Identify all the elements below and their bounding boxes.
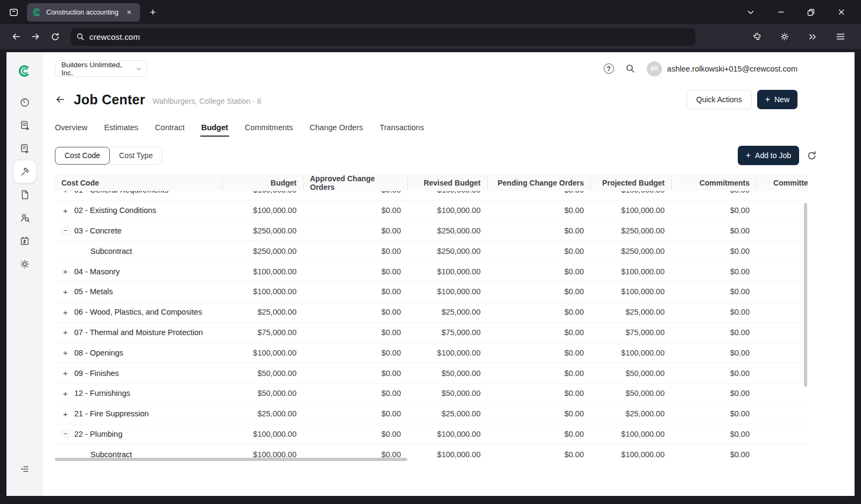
restore-icon[interactable]	[803, 4, 819, 20]
tab-transactions[interactable]: Transactions	[379, 123, 424, 137]
table-row[interactable]: + 21 - Fire Suppression $25,000.00$0.00$…	[55, 404, 808, 424]
reload-icon[interactable]	[46, 28, 63, 45]
help-icon[interactable]: ?	[604, 63, 614, 74]
quick-actions-button[interactable]: Quick Actions	[687, 90, 752, 109]
table-body[interactable]: + 01 - General Requirements $150,000.00$…	[55, 191, 808, 461]
cell-value: $0.00	[671, 267, 756, 276]
cell-value: $0.00	[756, 409, 808, 418]
overflow-chevrons-icon[interactable]	[804, 28, 821, 45]
cell-value: $0.00	[487, 247, 590, 255]
expander-icon[interactable]: +	[61, 207, 69, 215]
expander-icon[interactable]: −	[61, 226, 69, 235]
expander-icon[interactable]: +	[61, 328, 69, 336]
cell-value: $0.00	[671, 308, 756, 316]
dashboard-icon[interactable]	[13, 91, 36, 113]
tab-contract[interactable]: Contract	[155, 123, 185, 137]
cell-value: $100,000.00	[590, 287, 671, 296]
table-row[interactable]: − 03 - Concrete $250,000.00$0.00$250,000…	[55, 221, 808, 242]
documents-icon[interactable]	[13, 183, 36, 206]
refresh-icon[interactable]	[807, 151, 817, 161]
cost-code-label: 06 - Wood, Plastics, and Composites	[74, 308, 202, 316]
new-button[interactable]: + New	[757, 90, 798, 109]
firefox-view-icon[interactable]	[4, 4, 23, 21]
cell-value: $25,000.00	[407, 308, 487, 316]
new-tab-button[interactable]: +	[144, 4, 161, 21]
cell-value: $0.00	[487, 206, 590, 215]
cell-value: $0.00	[671, 409, 756, 418]
menu-hamburger-icon[interactable]	[832, 28, 849, 45]
cell-value: $0.00	[303, 328, 407, 337]
cell-value: $250,000.00	[590, 226, 671, 235]
tab-change-orders[interactable]: Change Orders	[309, 123, 363, 137]
jobs-icon[interactable]	[13, 160, 36, 183]
table-row[interactable]: + 05 - Metals $100,000.00$0.00$100,000.0…	[55, 282, 808, 302]
receivables-icon[interactable]	[13, 137, 36, 160]
cell-value: $0.00	[756, 369, 808, 378]
browser-tab-title: Construction accounting	[46, 9, 118, 16]
column-header-commitments: Commitments	[671, 174, 756, 191]
tab-overview[interactable]: Overview	[55, 123, 87, 137]
toggle-cost-code[interactable]: Cost Code	[55, 147, 110, 165]
expander-icon[interactable]: +	[61, 308, 69, 316]
expander-icon[interactable]: +	[61, 349, 69, 357]
close-window-icon[interactable]	[833, 4, 849, 20]
cell-value: $100,000.00	[222, 267, 303, 276]
forward-icon[interactable]	[27, 28, 44, 45]
table-row[interactable]: + 02 - Existing Conditions $100,000.00$0…	[55, 201, 808, 221]
add-to-job-button[interactable]: + Add to Job	[738, 146, 799, 165]
table-row[interactable]: + 12 - Furnishings $50,000.00$0.00$50,00…	[55, 384, 808, 404]
settings-icon[interactable]	[13, 253, 36, 275]
avatar[interactable]: AR	[647, 61, 662, 76]
column-header-committed-costs: Committed Costs	[756, 174, 808, 191]
expander-icon[interactable]: +	[61, 410, 69, 418]
browser-tab[interactable]: Construction accounting ✕	[27, 3, 140, 22]
app-search-icon[interactable]	[626, 64, 635, 73]
cell-value: $0.00	[756, 308, 808, 316]
url-text: crewcost.com	[89, 32, 140, 41]
payables-icon[interactable]	[13, 114, 36, 137]
table-row[interactable]: + 04 - Masonry $100,000.00$0.00$100,000.…	[55, 261, 808, 282]
expander-icon[interactable]: +	[61, 369, 69, 377]
cell-value: $0.00	[671, 191, 756, 194]
settings-gear-icon[interactable]	[776, 28, 793, 45]
chevron-down-icon	[136, 66, 142, 72]
tab-estimates[interactable]: Estimates	[104, 123, 138, 137]
tab-close-icon[interactable]: ✕	[124, 7, 135, 18]
extensions-icon[interactable]	[748, 28, 765, 45]
cost-code-label: Subcontract	[90, 247, 132, 255]
schedule-icon[interactable]	[13, 230, 36, 252]
table-row[interactable]: + Subcontract $250,000.00$0.00$250,000.0…	[55, 241, 808, 261]
people-icon[interactable]	[13, 207, 36, 229]
minimize-icon[interactable]	[773, 4, 789, 20]
cell-value: $0.00	[487, 430, 590, 438]
expander-icon[interactable]: −	[61, 430, 69, 438]
cell-value: $100,000.00	[590, 206, 671, 215]
budget-table: Cost CodeBudgetApproved Change OrdersRev…	[55, 174, 808, 461]
cell-value: $0.00	[756, 247, 808, 255]
cell-value: $0.00	[487, 287, 590, 296]
horizontal-scrollbar[interactable]	[55, 458, 407, 461]
back-icon[interactable]	[8, 28, 25, 45]
toggle-cost-type[interactable]: Cost Type	[109, 147, 163, 165]
company-select[interactable]: Builders Unlimited, Inc.	[55, 60, 147, 77]
cell-value: $0.00	[671, 206, 756, 215]
list-all-tabs-icon[interactable]	[743, 4, 759, 20]
cell-value: $100,000.00	[590, 349, 671, 357]
expander-icon[interactable]: +	[61, 267, 69, 275]
tab-commitments[interactable]: Commitments	[245, 123, 293, 137]
table-row[interactable]: + 01 - General Requirements $150,000.00$…	[55, 191, 808, 201]
expander-icon[interactable]: +	[61, 389, 69, 397]
table-row[interactable]: + 08 - Openings $100,000.00$0.00$100,000…	[55, 343, 808, 363]
user-email: ashlee.rolkowski+015@crewcost.com	[667, 65, 798, 73]
back-arrow-icon[interactable]	[55, 94, 66, 105]
table-row[interactable]: + 06 - Wood, Plastics, and Composites $2…	[55, 302, 808, 323]
expander-icon[interactable]: +	[61, 288, 69, 296]
collapse-sidebar-icon[interactable]	[13, 458, 36, 480]
url-bar[interactable]: crewcost.com	[71, 28, 695, 46]
table-row[interactable]: − 22 - Plumbing $100,000.00$0.00$100,000…	[55, 424, 808, 445]
vertical-scrollbar[interactable]	[804, 203, 807, 387]
table-row[interactable]: + 07 - Thermal and Moisture Protection $…	[55, 323, 808, 343]
tab-budget[interactable]: Budget	[201, 123, 228, 137]
table-row[interactable]: + 09 - Finishes $50,000.00$0.00$50,000.0…	[55, 363, 808, 384]
expander-icon[interactable]: +	[61, 191, 69, 194]
